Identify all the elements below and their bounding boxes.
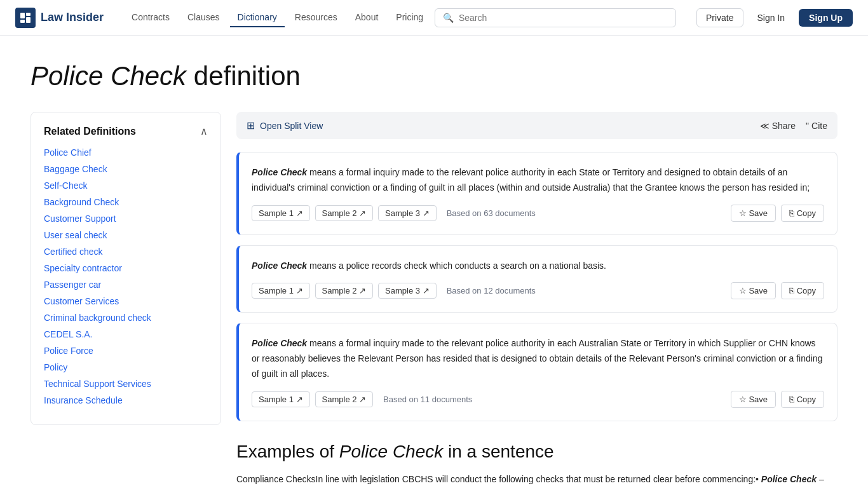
sidebar-link-10[interactable]: Criminal background check [44, 313, 151, 323]
definition-cards: Police Check means a formal inquiry made… [236, 152, 837, 421]
search-input-wrap: 🔍 [435, 8, 676, 27]
copy-btn-1[interactable]: ⎘ Copy [781, 282, 824, 299]
definitions-panel: ⊞ Open Split View ≪ Share " Cite Police … [236, 112, 837, 488]
nav-about[interactable]: About [348, 8, 386, 27]
sidebar-link-7[interactable]: Specialty contractor [44, 263, 122, 273]
nav-actions: Private Sign In Sign Up [696, 8, 853, 27]
definition-footer-0: Sample 1 ↗Sample 2 ↗Sample 3 ↗Based on 6… [252, 205, 824, 222]
sidebar-item[interactable]: Policy [44, 362, 208, 372]
open-split-view-label: Open Split View [260, 121, 323, 131]
sidebar-link-0[interactable]: Police Chief [44, 147, 92, 158]
sample-btn-1-1[interactable]: Sample 2 ↗ [315, 283, 374, 299]
sidebar-link-1[interactable]: Baggage Check [44, 164, 107, 174]
sidebar-item[interactable]: Certified check [44, 247, 208, 257]
page-title-rest: definition [186, 61, 301, 91]
definition-card-1: Police Check means a police records chec… [236, 245, 837, 313]
page-title: Police Check definition [31, 61, 837, 92]
sidebar-link-11[interactable]: CEDEL S.A. [44, 329, 93, 339]
svg-rect-1 [26, 13, 31, 16]
examples-title: Examples of Police Check in a sentence [236, 442, 837, 462]
definition-footer-2: Sample 1 ↗Sample 2 ↗Based on 11 document… [252, 391, 824, 408]
sidebar-link-13[interactable]: Policy [44, 362, 67, 372]
sidebar-header: Related Definitions ∧ [44, 125, 208, 137]
sample-btn-0-0[interactable]: Sample 1 ↗ [252, 205, 310, 221]
save-btn-2[interactable]: ☆ Save [731, 391, 776, 408]
nav-links: Contracts Clauses Dictionary Resources A… [124, 8, 431, 27]
nav-clauses[interactable]: Clauses [180, 8, 227, 27]
definition-footer-1: Sample 1 ↗Sample 2 ↗Sample 3 ↗Based on 1… [252, 282, 824, 299]
cite-button[interactable]: " Cite [806, 121, 827, 131]
sidebar-link-9[interactable]: Customer Services [44, 296, 119, 306]
examples-title-suffix: in a sentence [443, 442, 553, 461]
definition-card-0: Police Check means a formal inquiry made… [236, 152, 837, 235]
open-split-view-button[interactable]: ⊞ Open Split View [247, 119, 323, 132]
nav-resources[interactable]: Resources [287, 8, 345, 27]
sidebar-item[interactable]: Customer Services [44, 296, 208, 306]
logo-icon [15, 8, 36, 28]
search-input[interactable] [459, 13, 668, 23]
sidebar-link-8[interactable]: Passenger car [44, 280, 101, 290]
svg-rect-0 [20, 13, 25, 18]
nav-contracts[interactable]: Contracts [124, 8, 177, 27]
signup-button[interactable]: Sign Up [799, 9, 853, 27]
sidebar-item[interactable]: Technical Support Services [44, 379, 208, 389]
sidebar-list: Police ChiefBaggage CheckSelf-CheckBackg… [44, 147, 208, 405]
sidebar-item[interactable]: Insurance Schedule [44, 395, 208, 405]
copy-btn-2[interactable]: ⎘ Copy [781, 391, 824, 408]
toolbar-right: ≪ Share " Cite [760, 121, 827, 131]
sidebar-link-4[interactable]: Customer Support [44, 214, 116, 224]
nav-pricing[interactable]: Pricing [388, 8, 431, 27]
search-icon: 🔍 [443, 13, 454, 23]
page-title-italic: Police Check [31, 61, 186, 91]
sample-btn-0-1[interactable]: Sample 2 ↗ [315, 205, 374, 221]
save-btn-0[interactable]: ☆ Save [731, 205, 776, 222]
sidebar-item[interactable]: Passenger car [44, 280, 208, 290]
sidebar-link-14[interactable]: Technical Support Services [44, 379, 151, 389]
sidebar-item[interactable]: Specialty contractor [44, 263, 208, 273]
nav-dictionary[interactable]: Dictionary [230, 8, 285, 27]
sidebar-item[interactable]: User seal check [44, 230, 208, 240]
sidebar-link-5[interactable]: User seal check [44, 230, 107, 240]
sidebar-link-2[interactable]: Self-Check [44, 180, 87, 191]
examples-title-prefix: Examples of [236, 442, 339, 461]
content-area: Related Definitions ∧ Police ChiefBaggag… [31, 112, 837, 488]
sample-btn-2-0[interactable]: Sample 1 ↗ [252, 391, 310, 407]
cite-icon: " [806, 121, 809, 131]
sample-btn-2-1[interactable]: Sample 2 ↗ [315, 391, 374, 407]
definition-text-1: Police Check means a police records chec… [252, 259, 824, 274]
page-container: Police Check definition Related Definiti… [0, 36, 868, 488]
sidebar-item[interactable]: Background Check [44, 197, 208, 207]
share-icon: ≪ [760, 121, 770, 131]
private-button[interactable]: Private [696, 8, 743, 27]
sidebar-item[interactable]: Customer Support [44, 214, 208, 224]
sidebar-link-6[interactable]: Certified check [44, 247, 103, 257]
sample-btn-0-2[interactable]: Sample 3 ↗ [378, 205, 437, 221]
copy-btn-0[interactable]: ⎘ Copy [781, 205, 824, 222]
examples-title-italic: Police Check [339, 442, 443, 461]
based-on-0: Based on 63 documents [447, 208, 536, 218]
sidebar-collapse-icon[interactable]: ∧ [200, 125, 208, 137]
share-button[interactable]: ≪ Share [760, 121, 796, 131]
sidebar-link-15[interactable]: Insurance Schedule [44, 395, 123, 405]
sidebar-item[interactable]: Criminal background check [44, 313, 208, 323]
svg-rect-3 [26, 17, 31, 23]
sidebar-item[interactable]: CEDEL S.A. [44, 329, 208, 339]
sidebar: Related Definitions ∧ Police ChiefBaggag… [31, 112, 221, 425]
cite-label: Cite [811, 121, 827, 131]
definition-text-0: Police Check means a formal inquiry made… [252, 165, 824, 196]
save-btn-1[interactable]: ☆ Save [731, 282, 776, 299]
sidebar-item[interactable]: Police Chief [44, 147, 208, 158]
sample-btn-1-0[interactable]: Sample 1 ↗ [252, 283, 310, 299]
sidebar-item[interactable]: Self-Check [44, 180, 208, 191]
signin-button[interactable]: Sign In [749, 9, 794, 27]
sidebar-item[interactable]: Baggage Check [44, 164, 208, 174]
sample-btn-1-2[interactable]: Sample 3 ↗ [378, 283, 437, 299]
share-label: Share [772, 121, 796, 131]
sidebar-link-12[interactable]: Police Force [44, 346, 93, 356]
sidebar-item[interactable]: Police Force [44, 346, 208, 356]
sidebar-link-3[interactable]: Background Check [44, 197, 119, 207]
search-bar: 🔍 Private Sign In Sign Up [435, 8, 853, 27]
navbar: Law Insider Contracts Clauses Dictionary… [0, 0, 868, 36]
examples-text: Compliance ChecksIn line with legislatio… [236, 472, 837, 488]
based-on-2: Based on 11 documents [383, 395, 472, 404]
